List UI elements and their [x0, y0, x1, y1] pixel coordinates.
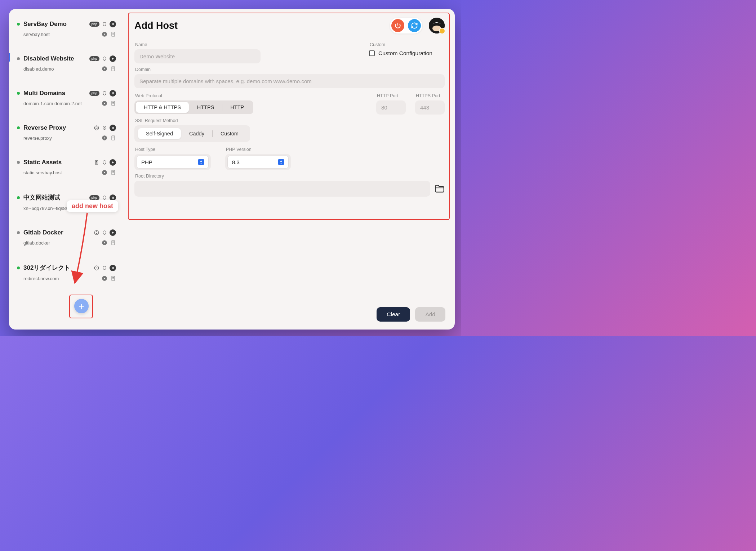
chevron-updown-icon: ▲▼ [198, 159, 204, 165]
shield-icon [102, 195, 107, 201]
compass-icon[interactable] [102, 100, 107, 106]
protocol-option[interactable]: HTTP & HTTPS [136, 102, 189, 113]
host-domain: domain-1.com domain-2.net [23, 101, 102, 106]
ssl-option[interactable]: Custom [213, 128, 246, 139]
host-domain: static.servbay.host [23, 170, 102, 175]
ssl-segmented: Self-SignedCaddyCustom [137, 127, 248, 140]
note-icon[interactable] [110, 276, 116, 281]
svg-rect-0 [112, 23, 113, 25]
avatar[interactable] [429, 18, 445, 33]
host-type-value: PHP [141, 159, 152, 165]
sidebar-host-item[interactable]: Multi Domainsphpdomain-1.com domain-2.ne… [13, 85, 120, 110]
host-title: ServBay Demo [23, 21, 86, 28]
compass-icon[interactable] [102, 170, 107, 175]
shield-icon [102, 160, 107, 165]
ssl-option[interactable]: Self-Signed [138, 128, 181, 139]
label-phpver: PHP Version [226, 147, 291, 152]
protocol-option[interactable]: HTTPS [189, 102, 222, 113]
avatar-icon [429, 18, 445, 33]
svg-rect-1 [113, 23, 114, 25]
compass-icon[interactable] [102, 135, 107, 141]
document-icon [94, 160, 99, 165]
host-title: Disabled Website [23, 55, 86, 62]
pause-icon[interactable] [110, 21, 116, 27]
page-title: Add Host [134, 20, 390, 31]
pause-icon[interactable] [110, 125, 116, 131]
label-protocol: Web Protocol [135, 93, 253, 98]
status-dot [17, 231, 20, 234]
sidebar-host-item[interactable]: Reverse Proxyreverse.proxy [13, 120, 120, 144]
host-domain: gitlab.docker [23, 240, 102, 246]
svg-point-10 [94, 126, 99, 130]
note-icon[interactable] [110, 100, 116, 106]
shield-icon [102, 56, 107, 62]
chevron-updown-icon: ▲▼ [278, 159, 284, 165]
note-icon[interactable] [110, 31, 116, 37]
play-icon[interactable] [110, 159, 116, 166]
label-domain: Domain [135, 67, 445, 72]
host-title: Multi Domains [23, 90, 86, 97]
svg-rect-11 [112, 127, 113, 129]
svg-point-22 [94, 230, 99, 235]
http-port-input[interactable] [376, 100, 406, 115]
pause-icon[interactable] [110, 265, 116, 271]
svg-point-31 [432, 26, 441, 31]
svg-rect-19 [113, 197, 114, 199]
label-ssl: SSL Request Method [135, 118, 445, 123]
sidebar-host-item[interactable]: Disabled Websitephpdisabled.demo [13, 51, 120, 75]
svg-rect-7 [113, 92, 114, 94]
power-button[interactable] [391, 19, 404, 32]
sidebar-host-item[interactable]: 302リダイレクトredirect.new.com [13, 259, 120, 285]
custom-config-checkbox[interactable] [369, 50, 375, 56]
sidebar-host-item[interactable]: ServBay Demophpservbay.host [13, 16, 120, 41]
status-dot [17, 57, 20, 60]
label-custom: Custom [370, 42, 445, 47]
folder-icon[interactable] [435, 184, 445, 193]
add-button[interactable]: Add [415, 307, 445, 322]
host-domain: redirect.new.com [23, 276, 102, 281]
note-icon[interactable] [110, 66, 116, 72]
add-host-form: Name Custom Custom Configuration Domain … [132, 39, 447, 197]
label-rootdir: Root Directory [135, 174, 445, 179]
status-dot [17, 92, 20, 95]
play-icon[interactable] [110, 55, 116, 62]
host-domain: servbay.host [23, 32, 102, 37]
php-version-select[interactable]: 8.3 ▲▼ [227, 156, 289, 169]
svg-rect-18 [112, 197, 113, 199]
https-port-input[interactable] [415, 100, 445, 115]
pause-icon[interactable] [110, 90, 116, 97]
protocol-segmented: HTTP & HTTPSHTTPSHTTP [134, 100, 253, 114]
label-httpport: HTTP Port [377, 93, 406, 98]
domain-input[interactable] [134, 74, 445, 88]
header: Add Host [132, 16, 447, 35]
compass-icon[interactable] [102, 31, 107, 37]
sidebar: ServBay Demophpservbay.hostDisabled Webs… [9, 9, 124, 330]
note-icon[interactable] [110, 135, 116, 141]
annotation-fab-highlight [69, 295, 93, 318]
host-title: Static Assets [23, 159, 90, 166]
note-icon[interactable] [110, 240, 116, 246]
note-icon[interactable] [110, 170, 116, 175]
sidebar-host-item[interactable]: Gitlab Dockergitlab.docker [13, 225, 120, 249]
root-directory-input[interactable] [134, 181, 430, 197]
compass-icon[interactable] [102, 66, 107, 72]
sync-button[interactable] [408, 19, 421, 32]
host-domain: disabled.demo [23, 66, 102, 72]
svg-rect-6 [112, 92, 113, 94]
host-type-select[interactable]: PHP ▲▼ [137, 156, 209, 169]
header-action-group [390, 18, 422, 33]
host-domain: reverse.proxy [23, 135, 102, 141]
ssl-option[interactable]: Caddy [181, 128, 212, 139]
name-input[interactable] [134, 49, 261, 63]
play-icon[interactable] [110, 229, 116, 236]
shield-icon [102, 21, 107, 27]
pause-icon[interactable] [110, 194, 116, 201]
custom-config-label: Custom Configuration [378, 50, 432, 57]
status-dot [17, 126, 20, 129]
protocol-option[interactable]: HTTP [222, 102, 252, 113]
clear-button[interactable]: Clear [377, 307, 410, 322]
compass-icon[interactable] [102, 276, 107, 281]
svg-rect-27 [113, 267, 114, 269]
sidebar-host-item[interactable]: Static Assetsstatic.servbay.host [13, 154, 120, 179]
compass-icon[interactable] [102, 240, 107, 246]
